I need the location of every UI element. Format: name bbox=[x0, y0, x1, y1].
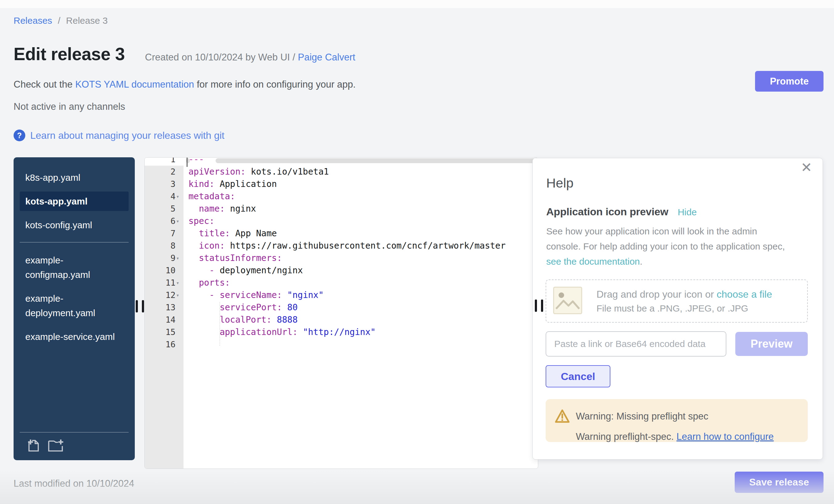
file-list-bottom: example-configmap.yamlexample-deployment… bbox=[14, 250, 135, 346]
line-number: 1 bbox=[145, 157, 175, 166]
line-number: 2 bbox=[145, 166, 175, 178]
line-number: 16 bbox=[145, 338, 175, 351]
hide-link[interactable]: Hide bbox=[678, 207, 697, 217]
fold-toggle-icon[interactable]: ▾ bbox=[176, 215, 183, 227]
add-folder-icon[interactable] bbox=[47, 438, 64, 454]
preflight-warning-box: Warning: Missing preflight spec Warning … bbox=[546, 399, 808, 442]
help-panel-resize-handle[interactable] bbox=[535, 300, 543, 312]
git-releases-link[interactable]: Learn about managing your releases with … bbox=[30, 130, 224, 141]
file-tab-kots-app.yaml[interactable]: kots-app.yaml bbox=[20, 192, 129, 211]
icon-url-input[interactable] bbox=[546, 331, 726, 356]
line-number: 4 bbox=[145, 190, 175, 203]
breadcrumb: Releases / Release 3 bbox=[14, 16, 108, 26]
line-number: 6 bbox=[145, 215, 175, 227]
line-number: 8 bbox=[145, 240, 175, 252]
add-file-icon[interactable] bbox=[26, 438, 41, 454]
file-list-top: k8s-app.yamlkots-app.yamlkots-config.yam… bbox=[14, 157, 135, 235]
fold-toggle-icon[interactable]: ▾ bbox=[176, 289, 183, 301]
fold-toggle-icon[interactable]: ▾ bbox=[176, 277, 183, 289]
line-number: 15 bbox=[145, 326, 175, 338]
line-number: 11 bbox=[145, 277, 175, 289]
page-title: Edit release 3 bbox=[14, 44, 125, 64]
file-tree-sidebar: k8s-app.yamlkots-app.yamlkots-config.yam… bbox=[14, 157, 135, 460]
breadcrumb-separator: / bbox=[58, 16, 60, 26]
question-mark-icon: ? bbox=[14, 130, 25, 141]
image-placeholder-icon bbox=[553, 287, 582, 315]
help-section-row: Application icon preview Hide bbox=[546, 206, 697, 218]
line-number: 13 bbox=[145, 301, 175, 314]
warning-detail: Warning preflight-spec. Learn how to con… bbox=[576, 431, 774, 442]
line-number: 3 bbox=[145, 178, 175, 190]
line-number: 12 bbox=[145, 289, 175, 301]
line-number: 14 bbox=[145, 314, 175, 326]
icon-preview-section-title: Application icon preview bbox=[546, 206, 668, 217]
created-author-link[interactable]: Paige Calvert bbox=[298, 52, 355, 63]
icon-dropzone[interactable]: Drag and drop your icon or choose a file… bbox=[546, 280, 808, 323]
line-number: 7 bbox=[145, 227, 175, 240]
dropzone-filetypes: File must be a .PNG, .JPEG, or .JPG bbox=[596, 303, 772, 314]
cancel-button[interactable]: Cancel bbox=[546, 365, 610, 388]
indent-guide bbox=[220, 302, 220, 346]
promote-button[interactable]: Promote bbox=[755, 71, 824, 92]
file-tab-example-configmap.yaml[interactable]: example-configmap.yaml bbox=[20, 250, 129, 284]
docs-sentence: Check out the KOTS YAML documentation fo… bbox=[14, 79, 356, 90]
sidebar-footer bbox=[14, 425, 135, 454]
fold-toggle-icon[interactable]: ▾ bbox=[176, 190, 183, 203]
kots-yaml-docs-link[interactable]: KOTS YAML documentation bbox=[75, 79, 194, 90]
last-modified-text: Last modified on 10/10/2024 bbox=[14, 478, 134, 489]
help-description: See how your application icon will look … bbox=[546, 224, 785, 269]
edit-release-page: Releases / Release 3 Edit release 3 Crea… bbox=[0, 0, 834, 504]
breadcrumb-current: Release 3 bbox=[66, 16, 108, 26]
file-tab-k8s-app.yaml[interactable]: k8s-app.yaml bbox=[20, 168, 129, 187]
warning-triangle-icon bbox=[555, 409, 570, 424]
yaml-code-editor[interactable]: 1---2apiVersion: kots.io/v1beta13kind: A… bbox=[144, 157, 538, 469]
preview-button[interactable]: Preview bbox=[735, 332, 808, 356]
choose-file-link[interactable]: choose a file bbox=[717, 289, 772, 300]
created-info: Created on 10/10/2024 by Web UI / Paige … bbox=[145, 52, 355, 63]
file-tab-kots-config.yaml[interactable]: kots-config.yaml bbox=[20, 215, 129, 235]
file-tab-example-deployment.yaml[interactable]: example-deployment.yaml bbox=[20, 289, 129, 323]
text-cursor bbox=[186, 158, 188, 167]
see-documentation-link[interactable]: see the documentation bbox=[546, 256, 640, 266]
git-help-row: ? Learn about managing your releases wit… bbox=[14, 130, 224, 141]
dropzone-text: Drag and drop your icon or choose a file… bbox=[596, 289, 772, 314]
file-list-divider bbox=[20, 242, 129, 242]
save-release-button[interactable]: Save release bbox=[735, 472, 824, 493]
close-icon[interactable]: ✕ bbox=[801, 161, 812, 174]
line-number: 5 bbox=[145, 203, 175, 215]
line-number: 10 bbox=[145, 264, 175, 277]
help-title: Help bbox=[546, 176, 573, 191]
file-tab-example-service.yaml[interactable]: example-service.yaml bbox=[20, 327, 129, 346]
code-lines[interactable]: 1---2apiVersion: kots.io/v1beta13kind: A… bbox=[145, 157, 538, 351]
breadcrumb-releases-link[interactable]: Releases bbox=[14, 16, 52, 26]
help-panel: ✕ Help Application icon preview Hide See… bbox=[532, 158, 823, 460]
top-strip bbox=[0, 0, 834, 8]
channel-status: Not active in any channels bbox=[14, 101, 125, 112]
sidebar-resize-handle[interactable] bbox=[136, 300, 144, 312]
learn-how-to-configure-link[interactable]: Learn how to configure bbox=[676, 431, 773, 442]
warning-title: Warning: Missing preflight spec bbox=[576, 411, 708, 422]
line-number: 9 bbox=[145, 252, 175, 264]
created-text: Created on 10/10/2024 by Web UI / bbox=[145, 52, 295, 63]
fold-toggle-icon[interactable]: ▾ bbox=[176, 252, 183, 264]
